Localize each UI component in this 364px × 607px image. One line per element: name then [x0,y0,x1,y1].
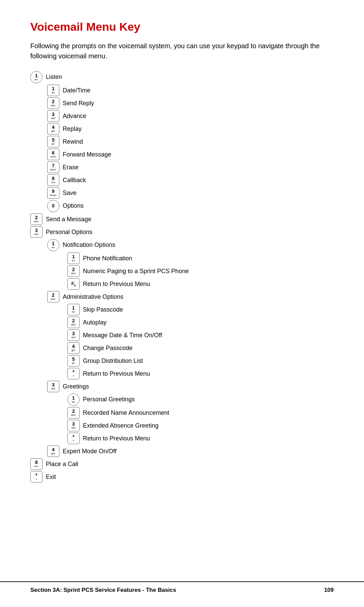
key-sub-label: ghi [71,349,75,352]
key-sub-label: mno [50,155,56,158]
key-main-label: 2 [72,267,75,272]
key-sub-label: ao [72,259,75,262]
list-item: 8tuvCallback [47,174,334,186]
key-main-label: 3 [35,228,38,233]
key-main-label: 3 [72,422,75,427]
key-sub-label: abc [51,104,56,107]
list-item: 2abcSend a Message [30,213,334,225]
menu-item-label: Personal Greetings [83,393,135,405]
list-item: 9wxyzSave [47,186,334,199]
key-button: 3def [47,110,59,122]
list-item: *+Return to Previous Menu [67,432,334,444]
list-item: 8tuvPlace a Call [30,458,334,470]
key-sub-label: jkl [52,143,55,146]
key-main-label: 5 [72,357,75,362]
key-main-label: 3 [52,382,55,387]
key-main-label: 2 [72,318,75,323]
menu-item-label: Forward Message [63,148,111,160]
key-button: #o [67,278,80,290]
key-main-label: * [72,434,74,439]
key-button: 3def [30,226,42,238]
menu-item-label: Group Distribution List [83,354,143,366]
menu-item-label: Skip Passcode [83,303,123,315]
key-main-label: 2 [52,293,55,298]
key-sub-label: ghi [51,130,55,133]
key-main-label: * [72,370,74,375]
key-main-label: 9 [52,189,55,194]
key-button: 5jkl [47,136,59,147]
key-button: 2abc [30,213,42,225]
menu-item-label: Return to Previous Menu [83,367,150,379]
list-item: 1aoPersonal Greetings [67,393,334,406]
key-sub-label: wxyz [50,194,57,197]
list-item: 4ghiChange Passcode [67,342,334,354]
key-sub-label: def [34,233,39,236]
menu-item-label: Place a Call [46,458,78,469]
menu-item-label: Send Reply [63,97,94,109]
key-button: 2abc [47,97,59,109]
menu-item-label: Personal Options [46,226,92,237]
list-item: 7pqrsErase [47,161,334,173]
menu-item-label: Date/Time [63,84,90,96]
list-item: 5jklGroup Distribution List [67,354,334,367]
menu-item-label: Recorded Name Announcement [83,406,169,418]
key-sub-label: + [35,478,37,481]
footer-left: Section 3A: Sprint PCS Service Features … [30,587,176,594]
key-main-label: 1 [72,306,75,311]
key-sub-label: def [51,117,56,120]
key-button: *+ [30,471,42,483]
page-container: Voicemail Menu Key Following the prompts… [0,0,364,510]
list-item: 1aoPhone Notification [67,252,334,264]
key-sub-label: def [71,336,76,339]
key-main-label: 1 [72,396,75,401]
key-button: 4ghi [47,123,59,135]
key-sub-label: abc [71,272,76,275]
key-sub-label: ao [52,91,55,94]
menu-item-label: Exit [46,470,56,482]
key-button: *+ [67,433,80,444]
key-button: 9wxyz [47,187,59,199]
key-main-label: 2 [52,99,55,104]
key-button: 6mno [47,149,59,160]
list-item: 6mnoForward Message [47,148,334,160]
key-main-label: 1 [72,254,75,259]
key-button: 3def [67,420,80,431]
key-button: 2abc [67,317,80,328]
menu-item-label: Administrative Options [63,290,123,302]
menu-item-label: Return to Previous Menu [83,278,150,289]
key-button: 1ao [47,239,59,251]
key-button: 2abc [67,265,80,277]
key-button: 2abc [67,407,80,418]
key-main-label: 1 [52,86,55,91]
menu-item-label: Numeric Paging to a Sprint PCS Phone [83,265,189,277]
list-item: 2abcRecorded Name Announcement [67,406,334,418]
key-button: 1ao [30,71,42,83]
list-item: *+Return to Previous Menu [67,367,334,379]
list-item: 1aoSkip Passcode [67,303,334,315]
key-sub-label: ao [52,246,55,249]
list-item: 1aoNotification Options [47,238,334,251]
menu-item-label: Erase [63,161,79,173]
key-main-label: 1 [35,73,38,78]
page-footer: Section 3A: Sprint PCS Service Features … [0,581,364,594]
list-item: 5jklRewind [47,135,334,147]
key-sub-label: abc [71,323,76,326]
list-item: 2abcAutoplay [67,316,334,328]
list-item: 3defPersonal Options [30,226,334,238]
menu-item-label: Return to Previous Menu [83,432,150,444]
menu-item-label: Callback [63,174,86,185]
key-main-label: 5 [52,138,55,143]
key-sub-label: abc [34,220,39,223]
key-button: 1ao [67,304,80,315]
intro-text: Following the prompts on the voicemail s… [30,41,334,61]
list-item: 3defAdvance [47,110,334,122]
menu-item-label: Notification Options [63,238,115,250]
menu-item-label: Send a Message [46,213,91,225]
key-sub-label: + [72,439,74,442]
list-item: 3defExtended Absence Greeting [67,419,334,431]
list-item: 3defGreetings [47,380,334,392]
footer-right: 109 [324,587,334,594]
menu-item-label: Change Passcode [83,342,132,353]
key-main-label: 4 [72,344,75,349]
key-sub-label: jkl [72,362,75,365]
